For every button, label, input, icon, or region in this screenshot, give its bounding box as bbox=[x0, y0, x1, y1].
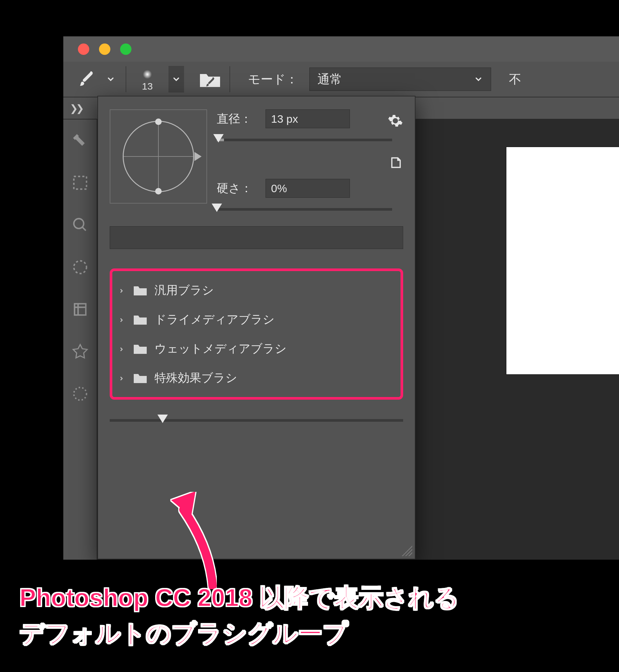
titlebar bbox=[63, 37, 619, 62]
tool-item[interactable] bbox=[69, 340, 91, 363]
divider bbox=[126, 66, 126, 92]
brush-folder-row[interactable]: ウェットメディアブラシ bbox=[112, 334, 401, 363]
folder-label: 特殊効果ブラシ bbox=[154, 370, 237, 386]
blend-mode-select[interactable]: 通常 bbox=[310, 68, 491, 91]
document-canvas[interactable] bbox=[506, 147, 619, 374]
window-close-button[interactable] bbox=[78, 44, 89, 55]
mode-label: モード： bbox=[248, 71, 298, 88]
tool-item[interactable] bbox=[69, 298, 91, 321]
brush-settings-icon[interactable] bbox=[199, 69, 221, 89]
chevron-right-icon bbox=[118, 371, 126, 385]
brush-preview[interactable]: 13 bbox=[134, 67, 160, 92]
brush-tool-icon[interactable] bbox=[76, 69, 96, 89]
tool-item[interactable] bbox=[69, 256, 91, 278]
divider bbox=[229, 66, 230, 92]
chevron-right-icon bbox=[118, 342, 126, 355]
tools-panel bbox=[63, 120, 97, 560]
brush-folder-row[interactable]: ドライメディアブラシ bbox=[112, 305, 401, 334]
chevron-right-icon bbox=[118, 313, 126, 326]
hardness-label: 硬さ： bbox=[217, 181, 259, 196]
options-bar: 13 モード： 通常 不 bbox=[63, 62, 619, 97]
svg-point-2 bbox=[74, 261, 86, 274]
window-zoom-button[interactable] bbox=[120, 44, 131, 55]
diameter-label: 直径： bbox=[217, 111, 259, 127]
opacity-label-clipped: 不 bbox=[509, 71, 521, 88]
svg-rect-0 bbox=[74, 177, 86, 189]
blend-mode-value: 通常 bbox=[318, 71, 342, 88]
folder-icon bbox=[133, 314, 147, 325]
diameter-slider[interactable] bbox=[217, 139, 392, 141]
folder-label: 汎用ブラシ bbox=[154, 282, 214, 298]
brush-search-input[interactable] bbox=[110, 226, 403, 249]
tool-item[interactable] bbox=[69, 129, 91, 152]
tool-item[interactable] bbox=[69, 214, 91, 236]
brush-folder-row[interactable]: 特殊効果ブラシ bbox=[112, 363, 401, 393]
brush-folder-row[interactable]: 汎用ブラシ bbox=[112, 276, 401, 305]
diameter-input[interactable]: 13 px bbox=[266, 110, 350, 128]
svg-point-1 bbox=[74, 219, 83, 228]
thumbnail-size-slider[interactable] bbox=[110, 419, 403, 422]
folder-icon bbox=[133, 372, 147, 384]
gear-icon[interactable] bbox=[388, 113, 403, 129]
folder-icon bbox=[133, 343, 147, 354]
brush-size-text: 13 bbox=[142, 81, 152, 92]
tool-preset-dropdown[interactable] bbox=[104, 72, 118, 86]
brush-dot-icon bbox=[143, 70, 152, 79]
annotation-caption: Photoshop CC 2018 以降で表示される デフォルトのブラシグループ bbox=[19, 580, 606, 651]
folder-icon bbox=[133, 284, 147, 296]
hardness-slider[interactable] bbox=[217, 208, 392, 211]
folder-label: ドライメディアブラシ bbox=[154, 312, 275, 328]
caption-line-2: デフォルトのブラシグループ bbox=[19, 615, 606, 651]
brush-picker-toggle[interactable] bbox=[168, 66, 184, 92]
tool-item[interactable] bbox=[69, 383, 91, 405]
resize-grip-icon[interactable] bbox=[399, 543, 412, 556]
window-minimize-button[interactable] bbox=[99, 44, 110, 55]
tool-item[interactable] bbox=[69, 172, 91, 194]
folder-label: ウェットメディアブラシ bbox=[154, 341, 287, 357]
caption-line-1: Photoshop CC 2018 以降で表示される bbox=[19, 580, 606, 615]
new-preset-icon[interactable] bbox=[389, 155, 403, 170]
brush-folder-list: 汎用ブラシ ドライメディアブラシ ウェットメディアブラシ 特殊効果ブラシ bbox=[110, 268, 403, 400]
brush-angle-widget[interactable] bbox=[110, 110, 207, 204]
svg-point-3 bbox=[74, 388, 86, 400]
brush-picker-flyout: 直径： 13 px 硬さ： 0% 汎用ブラシ bbox=[97, 96, 415, 559]
hardness-input[interactable]: 0% bbox=[266, 179, 350, 198]
chevron-right-icon bbox=[118, 283, 126, 297]
expand-panel-icon[interactable]: ❯❯ bbox=[70, 103, 82, 114]
